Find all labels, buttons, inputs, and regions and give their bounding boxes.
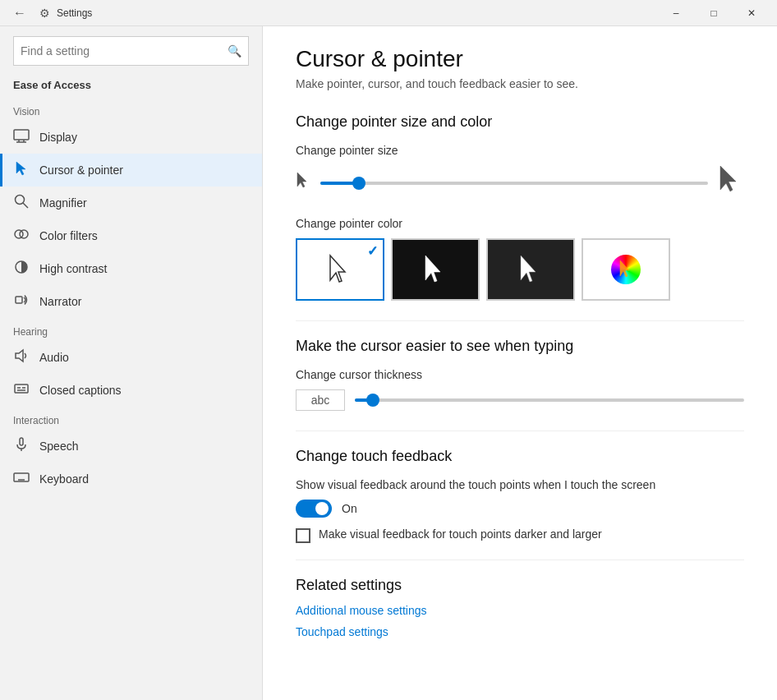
- divider-3: [296, 560, 744, 560]
- cursor-thickness-row: abc: [296, 389, 744, 411]
- color-options-row: ✓: [296, 238, 744, 301]
- cursor-thickness-slider[interactable]: [355, 398, 744, 402]
- sidebar-item-magnifier[interactable]: Magnifier: [0, 187, 262, 219]
- sidebar-item-narrator[interactable]: Narrator: [0, 285, 262, 318]
- search-icon: 🔍: [228, 44, 241, 58]
- vision-section-label: Vision: [0, 98, 262, 121]
- app-body: 🔍 Ease of Access Vision Display: [0, 26, 777, 700]
- settings-icon: ⚙: [39, 7, 50, 20]
- toggle-knob: [315, 502, 329, 515]
- touch-section-title: Change touch feedback: [296, 448, 744, 465]
- sidebar-scroll: Vision Display C: [0, 98, 262, 700]
- svg-point-4: [16, 196, 25, 205]
- sidebar-item-closed-captions[interactable]: Closed captions: [0, 374, 262, 407]
- svg-line-5: [23, 203, 28, 208]
- sidebar-item-speech-label: Speech: [39, 440, 78, 453]
- minimize-button[interactable]: –: [657, 0, 695, 26]
- sidebar-item-high-contrast[interactable]: High contrast: [0, 252, 262, 285]
- search-box[interactable]: 🔍: [13, 36, 249, 66]
- pointer-color-label: Change pointer color: [296, 217, 744, 230]
- sidebar-item-keyboard[interactable]: Keyboard: [0, 463, 262, 495]
- related-settings-title: Related settings: [296, 577, 744, 594]
- sidebar-header: 🔍: [0, 26, 262, 72]
- additional-mouse-settings-link[interactable]: Additional mouse settings: [296, 604, 744, 617]
- title-bar: ← ⚙ Settings – □ ✕: [0, 0, 777, 26]
- cursor-small-icon: [296, 172, 310, 194]
- sidebar-item-colorfilters-label: Color filters: [39, 229, 98, 242]
- content-area: Cursor & pointer Make pointer, cursor, a…: [263, 26, 777, 700]
- sidebar-item-narrator-label: Narrator: [39, 295, 81, 308]
- touch-feedback-toggle[interactable]: [296, 500, 332, 518]
- cursor-large-icon: [718, 165, 744, 200]
- sidebar-item-speech[interactable]: Speech: [0, 430, 262, 463]
- sidebar-item-color-filters[interactable]: Color filters: [0, 219, 262, 252]
- window-controls: – □ ✕: [657, 0, 770, 26]
- title-bar-title: Settings: [57, 7, 92, 19]
- sidebar-item-magnifier-label: Magnifier: [39, 196, 87, 210]
- svg-rect-14: [20, 438, 23, 445]
- interaction-section-label: Interaction: [0, 407, 262, 430]
- display-icon: [13, 127, 30, 147]
- back-button[interactable]: ←: [7, 0, 33, 26]
- pointer-size-section-title: Change pointer size and color: [296, 113, 744, 131]
- sidebar-item-captions-label: Closed captions: [39, 384, 122, 397]
- maximize-button[interactable]: □: [695, 0, 733, 26]
- divider-1: [296, 320, 744, 321]
- sidebar-item-keyboard-label: Keyboard: [39, 472, 89, 486]
- pointer-size-slider-row: [296, 165, 744, 200]
- keyboard-icon: [13, 469, 30, 489]
- hearing-section-label: Hearing: [0, 318, 262, 341]
- cursor-thickness-label: Change cursor thickness: [296, 368, 744, 381]
- title-bar-left: ← ⚙ Settings: [7, 0, 92, 26]
- touch-checkbox-label: Make visual feedback for touch points da…: [319, 527, 602, 541]
- content-inner: Cursor & pointer Make pointer, cursor, a…: [263, 26, 777, 679]
- narrator-icon: [13, 292, 30, 311]
- touch-darker-checkbox[interactable]: [296, 528, 310, 543]
- touch-checkbox-row: Make visual feedback for touch points da…: [296, 527, 744, 543]
- color-option-inverted[interactable]: [486, 238, 575, 301]
- page-subtitle: Make pointer, cursor, and touch feedback…: [296, 77, 744, 90]
- magnifier-icon: [13, 193, 30, 213]
- sidebar-item-highcontrast-label: High contrast: [39, 262, 107, 275]
- sidebar: 🔍 Ease of Access Vision Display: [0, 26, 263, 700]
- cursor-pointer-icon: [13, 160, 30, 180]
- svg-rect-10: [15, 385, 28, 393]
- page-title: Cursor & pointer: [296, 46, 744, 72]
- color-option-custom[interactable]: [582, 238, 670, 301]
- sidebar-item-audio[interactable]: Audio: [0, 341, 262, 374]
- high-contrast-icon: [13, 259, 30, 279]
- close-button[interactable]: ✕: [733, 0, 770, 26]
- color-option-black[interactable]: [391, 238, 480, 301]
- sidebar-item-display-label: Display: [39, 131, 77, 144]
- color-filters-icon: [13, 226, 30, 246]
- pointer-size-slider[interactable]: [320, 182, 708, 185]
- color-option-white[interactable]: ✓: [296, 238, 384, 301]
- sidebar-item-display[interactable]: Display: [0, 121, 262, 154]
- pointer-size-label: Change pointer size: [296, 144, 744, 157]
- sidebar-item-cursor-label: Cursor & pointer: [39, 163, 123, 177]
- closed-captions-icon: [13, 380, 30, 400]
- svg-point-7: [20, 230, 28, 238]
- cursor-section-title: Make the cursor easier to see when typin…: [296, 338, 744, 355]
- divider-2: [296, 431, 744, 431]
- touchpad-settings-link[interactable]: Touchpad settings: [296, 625, 744, 638]
- cursor-thickness-preview: abc: [296, 389, 345, 411]
- touch-toggle-description: Show visual feedback around the touch po…: [296, 478, 744, 491]
- svg-rect-0: [14, 130, 29, 140]
- search-input[interactable]: [21, 44, 223, 58]
- audio-icon: [13, 348, 30, 367]
- sidebar-section-label: Ease of Access: [0, 72, 262, 98]
- svg-rect-9: [16, 297, 22, 303]
- touch-toggle-row: On: [296, 500, 744, 518]
- touch-toggle-state: On: [342, 502, 357, 515]
- sidebar-item-cursor-pointer[interactable]: Cursor & pointer: [0, 154, 262, 187]
- sidebar-item-audio-label: Audio: [39, 351, 69, 364]
- speech-icon: [13, 436, 30, 456]
